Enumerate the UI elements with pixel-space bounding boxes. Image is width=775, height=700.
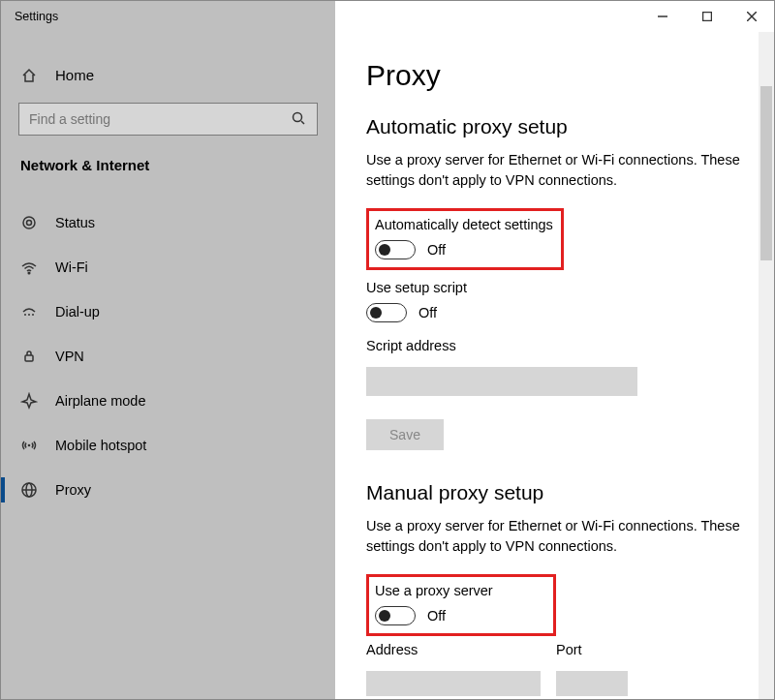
sidebar-item-label: Proxy [55,482,91,498]
port-input[interactable] [556,671,628,696]
home-icon [20,68,38,83]
sidebar-item-label: Dial-up [55,304,100,320]
airplane-icon [20,392,38,410]
svg-line-5 [301,121,304,124]
sidebar-item-airplane[interactable]: Airplane mode [1,379,335,423]
wifi-icon [20,259,38,276]
use-proxy-label: Use a proxy server [375,583,545,598]
dialup-icon [20,303,38,320]
script-address-label: Script address [366,338,759,353]
sidebar-item-vpn[interactable]: VPN [1,334,335,379]
search-input[interactable] [29,111,292,127]
auto-detect-label: Automatically detect settings [375,217,553,232]
home-nav[interactable]: Home [1,59,335,91]
sidebar-item-hotspot[interactable]: Mobile hotspot [1,423,335,468]
manual-desc: Use a proxy server for Ethernet or Wi-Fi… [366,516,754,557]
sidebar-item-label: Airplane mode [55,393,146,409]
maximize-button[interactable] [685,1,729,32]
sidebar-item-label: Status [55,215,95,230]
script-address-input[interactable] [366,367,637,396]
sidebar-item-label: Wi-Fi [55,259,88,275]
proxy-icon [20,481,38,499]
window-title: Settings [1,1,335,32]
home-label: Home [55,67,94,83]
hotspot-icon [20,437,38,454]
search-icon [292,111,307,127]
svg-point-9 [24,314,26,316]
svg-point-6 [23,217,35,228]
address-label: Address [366,642,541,657]
svg-point-10 [28,314,30,316]
auto-heading: Automatic proxy setup [366,115,759,138]
use-proxy-toggle[interactable] [375,606,416,625]
close-button[interactable] [729,1,774,32]
highlight-auto-detect: Automatically detect settings Off [366,208,564,270]
svg-point-11 [32,314,34,316]
sidebar-item-proxy[interactable]: Proxy [1,468,335,512]
setup-script-state: Off [418,305,437,320]
sidebar-item-wifi[interactable]: Wi-Fi [1,245,335,289]
setup-script-toggle[interactable] [366,303,407,322]
svg-point-4 [294,113,302,122]
vpn-icon [20,348,38,365]
title-bar: Settings [1,1,774,32]
save-button[interactable]: Save [366,419,444,450]
sidebar-item-status[interactable]: Status [1,200,335,245]
minimize-button[interactable] [640,1,685,32]
sidebar: Home Network & Internet Status Wi-Fi [1,32,335,700]
manual-heading: Manual proxy setup [366,481,759,504]
vertical-scrollbar[interactable] [759,32,774,700]
use-proxy-state: Off [427,608,446,624]
sidebar-group-title: Network & Internet [1,153,335,187]
highlight-use-proxy: Use a proxy server Off [366,574,556,636]
svg-point-8 [28,272,30,274]
main-content: Proxy Automatic proxy setup Use a proxy … [335,32,759,700]
page-title: Proxy [366,59,759,92]
svg-rect-1 [703,13,712,21]
sidebar-item-label: VPN [55,349,84,364]
auto-detect-toggle[interactable] [375,240,416,259]
sidebar-item-dialup[interactable]: Dial-up [1,289,335,334]
svg-rect-12 [25,355,33,361]
status-icon [20,214,38,231]
window-controls [640,1,774,32]
auto-desc: Use a proxy server for Ethernet or Wi-Fi… [366,150,754,191]
scrollbar-thumb[interactable] [760,86,772,260]
auto-detect-state: Off [427,242,446,258]
sidebar-item-label: Mobile hotspot [55,438,146,453]
port-label: Port [556,642,628,657]
svg-point-13 [28,444,31,447]
address-input[interactable] [366,671,541,696]
svg-point-7 [27,221,32,226]
sidebar-nav: Status Wi-Fi Dial-up VPN [1,200,335,512]
setup-script-label: Use setup script [366,280,759,295]
search-box[interactable] [18,103,318,136]
